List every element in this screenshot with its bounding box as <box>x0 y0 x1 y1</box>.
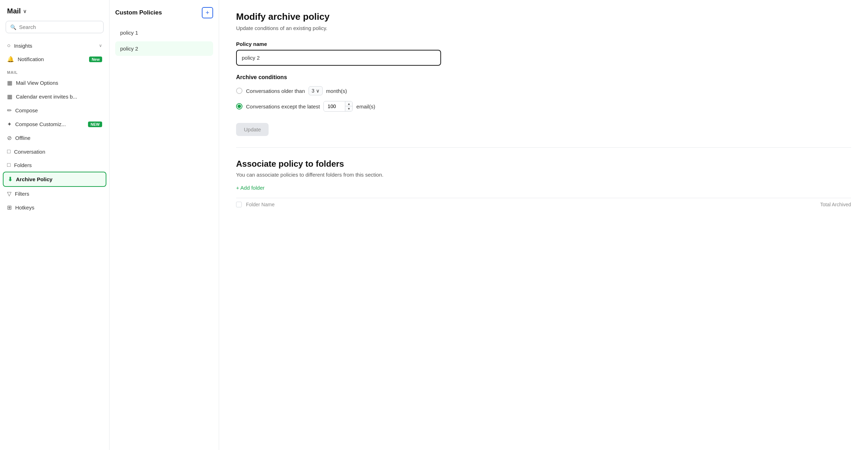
sidebar-item-insights[interactable]: ○ Insights ∨ <box>0 39 109 52</box>
mail-view-icon: ▦ <box>7 79 12 86</box>
app-title-chevron-icon: ∨ <box>23 8 27 14</box>
sidebar-item-compose[interactable]: ✏ Compose <box>0 103 109 117</box>
archive-conditions-group: Archive conditions Conversations older t… <box>236 74 851 112</box>
folder-table-checkbox[interactable] <box>236 202 242 207</box>
add-folder-button[interactable]: + Add folder <box>236 185 264 191</box>
sidebar-item-label: Folders <box>14 162 102 168</box>
sidebar-item-folders[interactable]: □ Folders <box>0 158 109 172</box>
search-icon: 🔍 <box>10 24 16 30</box>
middle-panel: Custom Policies + policy 1 policy 2 <box>110 0 219 450</box>
months-dropdown[interactable]: 3 ∨ <box>309 86 323 95</box>
insights-icon: ○ <box>7 42 11 49</box>
compose-icon: ✏ <box>7 107 12 114</box>
notification-icon: 🔔 <box>7 56 14 63</box>
section-divider <box>236 147 851 148</box>
main-content: Modify archive policy Update conditions … <box>219 0 868 450</box>
compose-custom-icon: ✦ <box>7 121 12 128</box>
condition2-label: Conversations except the latest <box>246 103 320 109</box>
spinner-down-button[interactable]: ▼ <box>345 106 352 111</box>
calendar-icon: ▦ <box>7 93 12 100</box>
sidebar-item-hotkeys[interactable]: ⊞ Hotkeys <box>0 201 109 214</box>
sidebar-item-label: Filters <box>15 191 102 197</box>
search-box[interactable]: 🔍 <box>6 21 104 33</box>
offline-icon: ⊘ <box>7 135 12 141</box>
condition-row-2: Conversations except the latest ▲ ▼ emai… <box>236 101 851 112</box>
folder-name-column: Folder Name <box>246 202 275 207</box>
policy-name-label: Policy name <box>236 41 851 47</box>
custom-policies-title: Custom Policies <box>115 9 162 16</box>
folder-table-header: Folder Name Total Archived <box>236 198 851 211</box>
app-title[interactable]: Mail ∨ <box>0 7 109 21</box>
sidebar-item-compose-customiz[interactable]: ✦ Compose Customiz... NEW <box>0 117 109 131</box>
middle-header: Custom Policies + <box>115 7 213 18</box>
archive-policy-icon: ⬇ <box>8 176 12 183</box>
spinner-up-button[interactable]: ▲ <box>345 101 352 106</box>
folders-icon: □ <box>7 162 11 168</box>
emails-value-input[interactable] <box>324 102 345 111</box>
sidebar-item-label: Offline <box>15 135 102 141</box>
sidebar-item-label: Mail View Options <box>16 80 102 86</box>
policy-item-1[interactable]: policy 1 <box>115 25 213 40</box>
emails-unit: email(s) <box>356 103 375 109</box>
sidebar-item-label: Notification <box>18 56 86 62</box>
sidebar-item-notification[interactable]: 🔔 Notification New <box>0 52 109 66</box>
search-input[interactable] <box>19 24 99 30</box>
new-badge: NEW <box>88 122 102 127</box>
sidebar-item-label: Archive Policy <box>16 176 101 182</box>
app-title-text: Mail <box>7 7 21 15</box>
chevron-down-icon: ∨ <box>99 43 102 48</box>
sidebar-item-label: Compose Customiz... <box>15 121 84 127</box>
sidebar-item-conversation[interactable]: □ Conversation <box>0 145 109 158</box>
months-value: 3 <box>312 88 315 94</box>
associate-policy-title: Associate policy to folders <box>236 159 851 169</box>
condition2-radio[interactable] <box>236 103 242 109</box>
modify-policy-description: Update conditions of an existing policy. <box>236 25 851 31</box>
add-policy-button[interactable]: + <box>202 7 213 18</box>
filters-icon: ▽ <box>7 190 11 197</box>
months-unit: month(s) <box>326 88 347 94</box>
sidebar-item-calendar-event[interactable]: ▦ Calendar event invites b... <box>0 90 109 103</box>
sidebar-item-label: Calendar event invites b... <box>16 94 102 100</box>
condition1-label: Conversations older than <box>246 88 305 94</box>
sidebar-item-archive-policy[interactable]: ⬇ Archive Policy <box>3 172 106 187</box>
spinner-buttons: ▲ ▼ <box>345 101 352 111</box>
sidebar-item-mail-view-options[interactable]: ▦ Mail View Options <box>0 76 109 90</box>
sidebar-item-label: Compose <box>15 107 102 113</box>
sidebar-item-label: Insights <box>14 43 95 49</box>
modify-policy-title: Modify archive policy <box>236 11 851 22</box>
emails-number-input[interactable]: ▲ ▼ <box>323 101 353 112</box>
dropdown-chevron-icon: ∨ <box>316 88 319 94</box>
policy-name-input[interactable] <box>236 50 441 66</box>
sidebar-item-label: Conversation <box>14 149 102 155</box>
total-archived-column: Total Archived <box>820 202 851 207</box>
mail-section-label: MAIL <box>0 66 109 76</box>
policy-item-2[interactable]: policy 2 <box>115 41 213 56</box>
update-button[interactable]: Update <box>236 123 269 136</box>
sidebar-item-offline[interactable]: ⊘ Offline <box>0 131 109 145</box>
associate-policy-description: You can associate policies to different … <box>236 172 851 178</box>
condition-row-1: Conversations older than 3 ∨ month(s) <box>236 86 851 95</box>
conversation-icon: □ <box>7 148 11 155</box>
sidebar-item-filters[interactable]: ▽ Filters <box>0 187 109 201</box>
hotkeys-icon: ⊞ <box>7 204 12 211</box>
sidebar: Mail ∨ 🔍 ○ Insights ∨ 🔔 Notification New… <box>0 0 110 450</box>
condition1-radio[interactable] <box>236 88 242 94</box>
archive-conditions-label: Archive conditions <box>236 74 851 81</box>
policy-name-group: Policy name <box>236 41 851 66</box>
sidebar-item-label: Hotkeys <box>15 205 102 211</box>
new-badge: New <box>89 57 102 62</box>
